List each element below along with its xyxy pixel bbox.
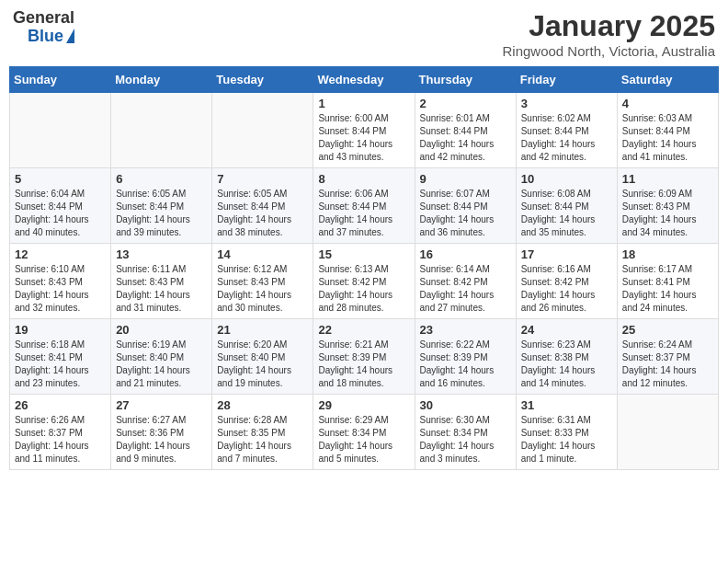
day-info: Sunrise: 6:02 AMSunset: 8:44 PMDaylight:… <box>521 112 612 164</box>
day-number: 3 <box>521 97 612 110</box>
day-info: Sunrise: 6:29 AMSunset: 8:34 PMDaylight:… <box>318 414 409 465</box>
day-info: Sunrise: 6:23 AMSunset: 8:38 PMDaylight:… <box>521 339 612 390</box>
day-number: 10 <box>521 172 612 186</box>
calendar-day-cell: 25Sunrise: 6:24 AMSunset: 8:37 PMDayligh… <box>617 319 718 395</box>
calendar-day-cell: 22Sunrise: 6:21 AMSunset: 8:39 PMDayligh… <box>313 319 415 395</box>
calendar-day-cell: 29Sunrise: 6:29 AMSunset: 8:34 PMDayligh… <box>313 395 415 470</box>
day-info: Sunrise: 6:26 AMSunset: 8:37 PMDaylight:… <box>15 414 106 465</box>
calendar-empty-cell <box>212 93 313 168</box>
day-number: 29 <box>318 398 409 412</box>
calendar-day-cell: 21Sunrise: 6:20 AMSunset: 8:40 PMDayligh… <box>212 319 313 395</box>
day-info: Sunrise: 6:07 AMSunset: 8:44 PMDaylight:… <box>420 188 511 239</box>
calendar-week-row: 19Sunrise: 6:18 AMSunset: 8:41 PMDayligh… <box>10 319 719 395</box>
day-number: 26 <box>15 398 106 412</box>
logo-general: General <box>13 9 74 28</box>
day-info: Sunrise: 6:00 AMSunset: 8:44 PMDaylight:… <box>318 112 409 164</box>
day-info: Sunrise: 6:21 AMSunset: 8:39 PMDaylight:… <box>318 339 409 390</box>
calendar-day-cell: 9Sunrise: 6:07 AMSunset: 8:44 PMDaylight… <box>415 168 516 244</box>
day-info: Sunrise: 6:16 AMSunset: 8:42 PMDaylight:… <box>521 263 612 315</box>
day-number: 5 <box>15 172 106 186</box>
day-info: Sunrise: 6:27 AMSunset: 8:36 PMDaylight:… <box>116 414 207 465</box>
page-title: January 2025 <box>502 9 715 43</box>
calendar-day-cell: 31Sunrise: 6:31 AMSunset: 8:33 PMDayligh… <box>516 395 617 470</box>
calendar-day-cell: 17Sunrise: 6:16 AMSunset: 8:42 PMDayligh… <box>516 244 617 319</box>
day-number: 30 <box>420 398 511 412</box>
day-info: Sunrise: 6:18 AMSunset: 8:41 PMDaylight:… <box>15 339 106 390</box>
day-info: Sunrise: 6:09 AMSunset: 8:43 PMDaylight:… <box>622 188 713 239</box>
calendar-week-row: 26Sunrise: 6:26 AMSunset: 8:37 PMDayligh… <box>10 395 719 470</box>
day-number: 22 <box>318 323 409 337</box>
title-block: January 2025 Ringwood North, Victoria, A… <box>502 9 715 59</box>
calendar-day-cell: 30Sunrise: 6:30 AMSunset: 8:34 PMDayligh… <box>415 395 516 470</box>
logo: General Blue <box>13 9 74 46</box>
day-info: Sunrise: 6:14 AMSunset: 8:42 PMDaylight:… <box>420 263 511 315</box>
day-info: Sunrise: 6:19 AMSunset: 8:40 PMDaylight:… <box>116 339 207 390</box>
day-number: 31 <box>521 398 612 412</box>
calendar-day-cell: 28Sunrise: 6:28 AMSunset: 8:35 PMDayligh… <box>212 395 313 470</box>
calendar-week-row: 5Sunrise: 6:04 AMSunset: 8:44 PMDaylight… <box>10 168 719 244</box>
day-info: Sunrise: 6:04 AMSunset: 8:44 PMDaylight:… <box>15 188 106 239</box>
calendar-day-cell: 15Sunrise: 6:13 AMSunset: 8:42 PMDayligh… <box>313 244 415 319</box>
calendar-day-cell: 4Sunrise: 6:03 AMSunset: 8:44 PMDaylight… <box>617 93 718 168</box>
day-info: Sunrise: 6:13 AMSunset: 8:42 PMDaylight:… <box>318 263 409 315</box>
calendar-day-cell: 26Sunrise: 6:26 AMSunset: 8:37 PMDayligh… <box>10 395 111 470</box>
day-info: Sunrise: 6:05 AMSunset: 8:44 PMDaylight:… <box>217 188 308 239</box>
day-info: Sunrise: 6:11 AMSunset: 8:43 PMDaylight:… <box>116 263 207 315</box>
calendar-empty-cell <box>10 93 111 168</box>
calendar-empty-cell <box>617 395 718 470</box>
calendar-day-cell: 16Sunrise: 6:14 AMSunset: 8:42 PMDayligh… <box>415 244 516 319</box>
weekday-header-tuesday: Tuesday <box>212 67 313 93</box>
day-number: 28 <box>217 398 308 412</box>
page-subtitle: Ringwood North, Victoria, Australia <box>502 43 715 59</box>
calendar-day-cell: 12Sunrise: 6:10 AMSunset: 8:43 PMDayligh… <box>10 244 111 319</box>
day-number: 14 <box>217 247 308 261</box>
page-header: General Blue January 2025 Ringwood North… <box>9 9 719 59</box>
weekday-header-wednesday: Wednesday <box>313 67 415 93</box>
day-number: 13 <box>116 247 207 261</box>
day-info: Sunrise: 6:22 AMSunset: 8:39 PMDaylight:… <box>420 339 511 390</box>
day-info: Sunrise: 6:05 AMSunset: 8:44 PMDaylight:… <box>116 188 207 239</box>
calendar-day-cell: 1Sunrise: 6:00 AMSunset: 8:44 PMDaylight… <box>313 93 415 168</box>
calendar-day-cell: 24Sunrise: 6:23 AMSunset: 8:38 PMDayligh… <box>516 319 617 395</box>
day-number: 21 <box>217 323 308 337</box>
calendar-week-row: 12Sunrise: 6:10 AMSunset: 8:43 PMDayligh… <box>10 244 719 319</box>
day-info: Sunrise: 6:28 AMSunset: 8:35 PMDaylight:… <box>217 414 308 465</box>
day-number: 23 <box>420 323 511 337</box>
calendar-table: SundayMondayTuesdayWednesdayThursdayFrid… <box>9 66 719 470</box>
calendar-day-cell: 13Sunrise: 6:11 AMSunset: 8:43 PMDayligh… <box>111 244 212 319</box>
calendar-week-row: 1Sunrise: 6:00 AMSunset: 8:44 PMDaylight… <box>10 93 719 168</box>
logo-blue: Blue <box>28 28 63 46</box>
day-number: 7 <box>217 172 308 186</box>
calendar-day-cell: 3Sunrise: 6:02 AMSunset: 8:44 PMDaylight… <box>516 93 617 168</box>
calendar-day-cell: 7Sunrise: 6:05 AMSunset: 8:44 PMDaylight… <box>212 168 313 244</box>
weekday-header-sunday: Sunday <box>10 67 111 93</box>
calendar-day-cell: 6Sunrise: 6:05 AMSunset: 8:44 PMDaylight… <box>111 168 212 244</box>
day-number: 24 <box>521 323 612 337</box>
calendar-day-cell: 20Sunrise: 6:19 AMSunset: 8:40 PMDayligh… <box>111 319 212 395</box>
calendar-day-cell: 5Sunrise: 6:04 AMSunset: 8:44 PMDaylight… <box>10 168 111 244</box>
calendar-header-row: SundayMondayTuesdayWednesdayThursdayFrid… <box>10 67 719 93</box>
calendar-day-cell: 27Sunrise: 6:27 AMSunset: 8:36 PMDayligh… <box>111 395 212 470</box>
day-info: Sunrise: 6:31 AMSunset: 8:33 PMDaylight:… <box>521 414 612 465</box>
weekday-header-thursday: Thursday <box>415 67 516 93</box>
calendar-empty-cell <box>111 93 212 168</box>
day-info: Sunrise: 6:10 AMSunset: 8:43 PMDaylight:… <box>15 263 106 315</box>
day-number: 4 <box>622 97 713 110</box>
calendar-day-cell: 23Sunrise: 6:22 AMSunset: 8:39 PMDayligh… <box>415 319 516 395</box>
day-number: 2 <box>420 97 511 110</box>
day-number: 17 <box>521 247 612 261</box>
day-number: 12 <box>15 247 106 261</box>
weekday-header-monday: Monday <box>111 67 212 93</box>
weekday-header-friday: Friday <box>516 67 617 93</box>
day-number: 9 <box>420 172 511 186</box>
day-info: Sunrise: 6:01 AMSunset: 8:44 PMDaylight:… <box>420 112 511 164</box>
logo-triangle-icon <box>66 29 74 43</box>
day-number: 18 <box>622 247 713 261</box>
day-number: 6 <box>116 172 207 186</box>
day-info: Sunrise: 6:30 AMSunset: 8:34 PMDaylight:… <box>420 414 511 465</box>
day-number: 11 <box>622 172 713 186</box>
weekday-header-saturday: Saturday <box>617 67 718 93</box>
day-info: Sunrise: 6:24 AMSunset: 8:37 PMDaylight:… <box>622 339 713 390</box>
day-number: 19 <box>15 323 106 337</box>
calendar-day-cell: 10Sunrise: 6:08 AMSunset: 8:44 PMDayligh… <box>516 168 617 244</box>
